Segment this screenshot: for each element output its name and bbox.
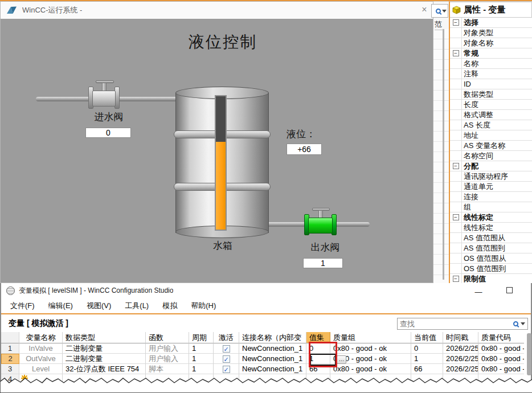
row-number[interactable]: 2 (1, 354, 19, 364)
cell-connection[interactable]: NewConnection_1 (239, 343, 306, 354)
prop-item[interactable]: 通道单元 (450, 182, 532, 192)
prop-item[interactable]: 对象类型 (450, 28, 532, 38)
cell-timestamp[interactable]: 2026/2/25 (443, 354, 478, 364)
col-header-quality-code[interactable]: 质量代码 (478, 332, 524, 343)
cell-cycle[interactable]: 1 (189, 364, 214, 374)
cell-current-value[interactable]: 0 (411, 343, 443, 354)
cell-function[interactable]: 脚本 (146, 364, 189, 374)
prop-item[interactable]: 格式调整 (450, 110, 532, 120)
cell-quality-code[interactable]: 0x80 - good - ok (478, 343, 524, 354)
prop-item[interactable]: OS 值范围从 (450, 253, 532, 264)
prop-section-general[interactable]: −常规 (450, 48, 532, 59)
prop-section-selection[interactable]: −选择 (450, 18, 532, 28)
prop-item[interactable]: 组 (450, 202, 532, 212)
cell-timestamp[interactable]: 2026/2/25 (443, 364, 478, 374)
ellipsis-button[interactable]: … (337, 355, 346, 364)
collapse-icon[interactable]: − (453, 19, 459, 26)
prop-item[interactable]: 地址 (450, 130, 532, 141)
runtime-titlebar[interactable]: WinCC-运行系统 - × (1, 2, 433, 19)
checkbox-checked-icon[interactable]: ✓ (223, 355, 230, 363)
cell-active[interactable]: ✓ (214, 354, 239, 364)
minimize-icon[interactable]: — (474, 288, 482, 296)
inlet-value-field[interactable]: 0 (85, 128, 131, 138)
prop-item[interactable]: AS 值范围从 (450, 233, 532, 243)
close-icon[interactable]: × (419, 5, 429, 15)
cell-quality-group[interactable]: 0x80 - good - ok (330, 364, 411, 374)
prop-item[interactable]: 对象名称 (450, 38, 532, 48)
outlet-valve[interactable] (308, 218, 333, 234)
cell-timestamp[interactable]: 2026/2/25 (443, 343, 478, 354)
prop-item[interactable]: 通讯驱动程序 (450, 171, 532, 182)
prop-item[interactable]: 名称 (450, 59, 532, 69)
prop-section-assignment[interactable]: −分配 (450, 161, 532, 171)
collapse-icon[interactable]: − (453, 163, 459, 169)
cell-name[interactable]: OutValve (19, 354, 63, 364)
menu-simulate[interactable]: 模拟 (162, 301, 177, 311)
inlet-valve[interactable] (92, 91, 116, 107)
level-value-field[interactable]: +66 (287, 144, 322, 155)
cell-cycle[interactable]: 1 (189, 343, 214, 354)
cell-quality-group[interactable]: 0x80 - good - ok (330, 343, 411, 354)
cell-function[interactable]: 用户输入 (146, 354, 189, 364)
prop-item[interactable]: AS 变量名称 (450, 141, 532, 151)
maximize-icon[interactable] (506, 287, 513, 293)
cell-function[interactable]: 用户输入 (146, 343, 189, 354)
cell-datatype[interactable]: 二进制变量 (63, 354, 146, 364)
prop-item[interactable]: 长度 (450, 100, 532, 110)
menu-edit[interactable]: 编辑(E) (48, 301, 73, 311)
menu-view[interactable]: 视图(V) (87, 301, 111, 311)
prop-item[interactable]: 连接 (450, 192, 532, 202)
simulator-titlebar[interactable]: 变量模拟 [ levelSIM ] - WinCC Configuration … (1, 283, 531, 298)
cell-datatype[interactable]: 32-位浮点数 IEEE 754 (63, 364, 146, 374)
cell-connection[interactable]: NewConnection_1 (239, 354, 306, 364)
cell-current-value[interactable]: 66 (411, 364, 443, 374)
outlet-value-field[interactable]: 1 (303, 258, 343, 268)
collapse-icon[interactable]: − (453, 214, 459, 220)
prop-item[interactable]: 注释 (450, 69, 532, 79)
col-header-connection[interactable]: 连接名称（内部变 (239, 332, 306, 343)
search-box[interactable] (397, 318, 528, 330)
col-header-timestamp[interactable]: 时间戳 (443, 332, 478, 343)
cell-name[interactable]: InValve (19, 343, 63, 354)
cell-quality-code[interactable]: 0x80 - good - ok (478, 354, 524, 364)
menu-help[interactable]: 帮助(H) (191, 301, 216, 311)
table-scrollbar[interactable] (527, 333, 531, 375)
col-header-quality-group[interactable]: 质量组 (330, 332, 411, 343)
prop-item[interactable]: ID (450, 79, 532, 89)
background-scrollbar[interactable] (443, 29, 444, 280)
col-header-active[interactable]: 激活 (214, 332, 239, 343)
chevron-down-icon (521, 322, 525, 325)
cell-name[interactable]: Level (19, 364, 63, 374)
search-input[interactable] (398, 320, 513, 328)
cell-quality-code[interactable]: 0x80 - good - ok (478, 364, 524, 374)
row-number[interactable]: 3 (1, 364, 19, 374)
background-search-box[interactable] (431, 4, 448, 18)
cell-cycle[interactable]: 1 (189, 354, 214, 364)
prop-item[interactable]: 名称空间 (450, 151, 532, 161)
prop-item[interactable]: AS 长度 (450, 120, 532, 130)
col-header-name[interactable]: 变量名称 (19, 332, 63, 343)
cell-active[interactable]: ✓ (214, 343, 239, 354)
cell-current-value[interactable]: 1 (411, 354, 443, 364)
prop-section-linear-scaling[interactable]: −线性标定 (450, 212, 532, 223)
collapse-icon[interactable]: − (453, 276, 459, 282)
cell-datatype[interactable]: 二进制变量 (63, 343, 146, 354)
col-header-datatype[interactable]: 数据类型 (63, 332, 146, 343)
checkbox-checked-icon[interactable]: ✓ (223, 366, 230, 373)
prop-item[interactable]: AS 值范围到 (450, 243, 532, 253)
cell-connection[interactable]: NewConnection_1 (239, 364, 306, 374)
menu-file[interactable]: 文件(F) (10, 301, 35, 311)
menu-tools[interactable]: 工具(L) (125, 301, 149, 311)
collapse-icon[interactable]: − (453, 50, 459, 56)
row-number[interactable]: 1 (1, 343, 19, 354)
corner-header[interactable] (1, 332, 19, 343)
prop-section-limits[interactable]: −限制值 (450, 274, 532, 283)
prop-item[interactable]: 数据类型 (450, 89, 532, 100)
col-header-current-value[interactable]: 当前值 (411, 332, 443, 343)
col-header-cycle[interactable]: 周期 (189, 332, 214, 343)
cell-active[interactable]: ✓ (214, 364, 239, 374)
prop-item[interactable]: OS 值范围到 (450, 264, 532, 274)
col-header-function[interactable]: 函数 (146, 332, 189, 343)
checkbox-checked-icon[interactable]: ✓ (223, 345, 230, 353)
prop-item[interactable]: 线性标定 (450, 223, 532, 233)
